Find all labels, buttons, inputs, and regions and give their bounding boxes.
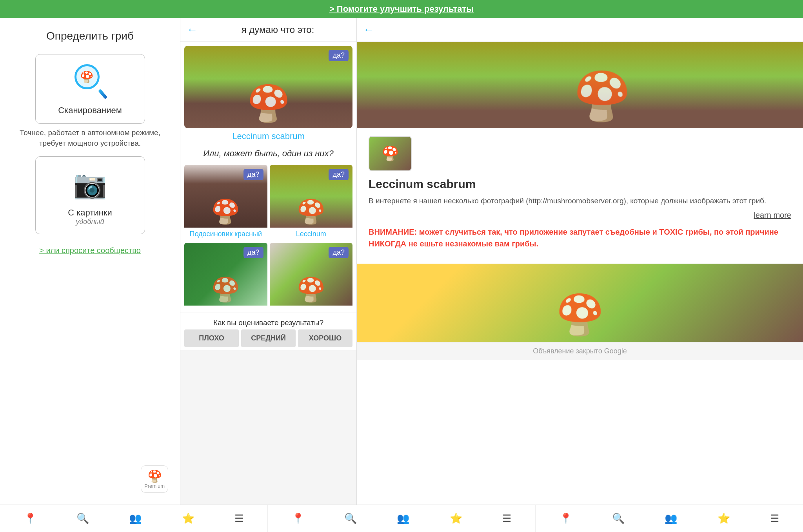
photo-option[interactable]: 📷 С картинки удобный [35,156,145,234]
species-description: В интернете я нашел несколько фотографий… [369,195,791,207]
nav-search-icon-2[interactable]: 🔍 [344,512,357,525]
main-result: да? Leccinum scabrum [180,42,356,145]
rating-bad-button[interactable]: ПЛОХО [184,329,239,347]
nav-menu-icon-2[interactable]: ☰ [502,512,511,525]
warning-text: ВНИМАНИЕ: может случиться так, что прило… [369,226,791,250]
alt-item-1[interactable]: да? Подосиновик красный [184,165,267,241]
alt-name-1: Подосиновик красный [184,228,267,241]
nav-people-icon-1[interactable]: 👥 [129,512,142,525]
alt-yes-4[interactable]: да? [329,247,349,258]
scan-sublabel: Точнее, работает в автономном режиме, тр… [8,128,172,148]
alt-item-4[interactable]: да? [270,243,353,310]
alt-name-4 [270,306,353,310]
premium-label: Premium [144,483,165,489]
magnifier-handle [98,89,107,100]
middle-header: ← я думаю что это: [180,18,356,42]
premium-badge[interactable]: 🍄 Premium [141,465,168,493]
improve-results-banner[interactable]: > Помогите улучшить результаты [0,0,803,18]
magnifier-icon: 🍄 [71,64,110,100]
main-result-name[interactable]: Leccinum scabrum [184,128,352,145]
alternatives-grid: да? Подосиновик красный да? Leccinum да?… [180,163,356,313]
learn-more-link[interactable]: learn more [369,211,791,220]
left-title: Определить гриб [46,30,134,42]
scan-label: Сканированием [58,105,122,116]
left-panel: Определить гриб 🍄 Сканированием Точнее, … [0,18,180,505]
alt-item-2[interactable]: да? Leccinum [270,165,353,241]
rating-buttons: ПЛОХО СРЕДНИЙ ХОРОШО [184,329,352,347]
mushroom-in-magnifier: 🍄 [80,71,94,83]
alt-name-3 [184,306,267,310]
nav-location-icon-2[interactable]: 📍 [292,512,304,525]
nav-bar-2: 📍 🔍 👥 ⭐ ☰ [268,505,536,532]
nav-location-icon-1[interactable]: 📍 [24,512,36,525]
nav-people-icon-3[interactable]: 👥 [665,512,677,525]
photo-label: С картинки [68,208,112,218]
main-yes-badge[interactable]: да? [329,50,349,61]
rating-section: Как вы оцениваете результаты? ПЛОХО СРЕД… [180,313,356,350]
bottom-navigation: 📍 🔍 👥 ⭐ ☰ 📍 🔍 👥 ⭐ ☰ 📍 🔍 👥 ⭐ ☰ [0,505,803,532]
scan-option[interactable]: 🍄 Сканированием [35,54,145,124]
nav-menu-icon-1[interactable]: ☰ [234,512,243,525]
nav-bar-3: 📍 🔍 👥 ⭐ ☰ [536,505,803,532]
nav-location-icon-3[interactable]: 📍 [560,512,572,525]
right-top-area: 🍄 [369,136,791,171]
ad-bar: Объявление закрыто Google [357,342,803,360]
nav-people-icon-2[interactable]: 👥 [397,512,409,525]
camera-icon: 📷 [73,168,107,200]
photo-sublabel: удобный [76,218,104,226]
nav-search-icon-1[interactable]: 🔍 [76,512,89,525]
nav-menu-icon-3[interactable]: ☰ [770,512,779,525]
right-panel: ← 🍄 Leccinum scabrum В интернете я нашел… [357,18,803,505]
middle-back-button[interactable]: ← [187,24,198,36]
right-header: ← [357,18,803,42]
nav-star-icon-1[interactable]: ⭐ [182,512,194,525]
camera-icon-area: 📷 [67,165,114,204]
rating-question: Как вы оцениваете результаты? [184,316,352,329]
rating-mid-button[interactable]: СРЕДНИЙ [241,329,296,347]
alt-item-3[interactable]: да? [184,243,267,310]
right-large-image [357,42,803,128]
right-thumbnail[interactable]: 🍄 [369,136,412,171]
middle-header-title: я думаю что это: [205,24,350,35]
right-back-button[interactable]: ← [363,24,374,36]
alt-yes-3[interactable]: да? [243,247,263,258]
alt-yes-1[interactable]: да? [243,169,263,180]
alt-yes-2[interactable]: да? [329,169,349,180]
right-content: 🍄 Leccinum scabrum В интернете я нашел н… [357,128,803,264]
or-text: Или, может быть, один из них? [180,145,356,163]
right-bottom-image [357,264,803,342]
rating-good-button[interactable]: ХОРОШО [298,329,352,347]
main-result-image[interactable]: да? [184,46,352,128]
nav-star-icon-2[interactable]: ⭐ [450,512,462,525]
middle-panel: ← я думаю что это: да? Leccinum scabrum … [180,18,357,505]
alt-name-2: Leccinum [270,228,353,241]
community-link[interactable]: > или спросите сообщество [39,246,141,255]
species-name: Leccinum scabrum [369,177,791,191]
nav-search-icon-3[interactable]: 🔍 [612,512,625,525]
nav-bar-1: 📍 🔍 👥 ⭐ ☰ [0,505,268,532]
scan-icon-area: 🍄 [67,62,114,101]
nav-star-icon-3[interactable]: ⭐ [718,512,730,525]
